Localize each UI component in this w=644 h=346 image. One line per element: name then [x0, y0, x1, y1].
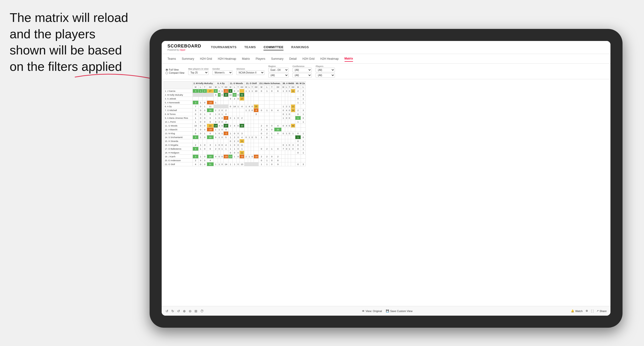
table-row: 6. A Dy 7 0 1 11 0 14 1 4 [164, 105, 306, 108]
cell [224, 97, 228, 101]
logo-sub: Powered by clippd [168, 49, 201, 51]
sub-nav-h2h-heatmap[interactable]: H2H Heatmap [218, 56, 236, 61]
cell: 2 [301, 89, 306, 93]
player-name[interactable]: 18. H Hodgson [164, 151, 193, 155]
bell-icon: 🔔 [571, 309, 574, 313]
sub-nav-players[interactable]: Players [256, 56, 265, 61]
sub-nav-h2h-heatmap2[interactable]: H2H Heatmap [320, 56, 338, 61]
zoom-icon[interactable]: ⊕ [183, 309, 186, 313]
player-name[interactable]: 15. H Stranda [164, 139, 193, 143]
sub-nav-matrix[interactable]: Matrix [242, 56, 250, 61]
player-name[interactable]: 13. N Klug [164, 132, 193, 135]
redo-icon[interactable]: ↻ [171, 309, 174, 313]
minus-icon[interactable]: ⊖ [189, 309, 192, 313]
player-name[interactable]: 3. S Jelinek [164, 97, 193, 101]
view-original-btn[interactable]: 👁 View: Original [362, 310, 382, 313]
player-name[interactable]: 19. J Karrh [164, 155, 193, 159]
sub-nav-teams[interactable]: Teams [168, 56, 176, 61]
cell: 1 [295, 116, 301, 120]
player-name[interactable]: 6. A Dy [164, 105, 193, 108]
compact-view-option[interactable]: Compact View [166, 72, 184, 74]
save-custom-btn[interactable]: 💾 Save Custom View [386, 309, 412, 313]
region-select[interactable]: East - DII [268, 68, 288, 72]
cell: 0 [198, 163, 203, 166]
division-select[interactable]: NCAA Division II [236, 70, 264, 75]
region-sub-select[interactable]: (All) [268, 73, 288, 78]
player-name[interactable]: 11. G Woods [164, 124, 193, 128]
sub-nav-h2h-grid[interactable]: H2H Grid [200, 56, 212, 61]
player-name[interactable]: 7. O Mitchell [164, 108, 193, 112]
player-name[interactable]: 10. L Perini [164, 120, 193, 124]
options-btn[interactable]: ⚙ [586, 309, 588, 313]
cell: 1 [198, 155, 203, 159]
conference-select[interactable]: (All) [292, 68, 312, 72]
players-sub-select[interactable]: (All) [316, 73, 335, 78]
refresh-icon[interactable]: ↺ [177, 309, 180, 313]
cell: 3 [193, 101, 198, 105]
cell [244, 139, 248, 143]
player-name[interactable]: 8. M Torres [164, 112, 193, 116]
nav-teams[interactable]: TEAMS [244, 44, 256, 50]
compact-view-radio[interactable] [166, 72, 168, 74]
sub-t-4: T [251, 85, 254, 89]
sub-nav-summary[interactable]: Summary [182, 56, 194, 61]
cell [291, 163, 295, 166]
cell: 4 [274, 108, 282, 112]
full-view-radio[interactable] [166, 69, 168, 71]
cell: 1 [221, 89, 224, 93]
cell [301, 159, 306, 163]
player-name[interactable]: 2. M Kelly Mulcahy [164, 93, 193, 97]
cell [244, 132, 248, 135]
cell: 0 [282, 124, 285, 128]
sub-w-2: W [214, 85, 218, 89]
sub-l-5: L [264, 85, 269, 89]
cell [291, 101, 295, 105]
conference-filter: Conference (All) (All) [292, 65, 312, 78]
fit-icon[interactable]: ⊞ [194, 309, 197, 313]
player-name[interactable]: 5. A Nomrowski [164, 101, 193, 105]
player-name[interactable]: 21. O Stoll [164, 163, 193, 166]
player-name[interactable]: 9. A Maria Jimenez Rios [164, 116, 193, 120]
sub-nav-h2h-grid2[interactable]: H2H Grid [302, 56, 314, 61]
clock-icon[interactable]: ⏱ [200, 309, 204, 313]
watch-btn[interactable]: 🔔 Watch [571, 309, 583, 313]
cell: 1 [214, 128, 218, 132]
sub-nav-summary2[interactable]: Summary [271, 56, 283, 61]
cell [264, 101, 269, 105]
cell: 6 [301, 93, 306, 97]
nav-tournaments[interactable]: TOURNAMENTS [211, 44, 236, 50]
expand-btn[interactable]: ⛶ [591, 310, 594, 313]
cell: 1 [193, 116, 198, 120]
gender-select[interactable]: Women's [212, 70, 232, 75]
cell [269, 112, 274, 116]
share-btn[interactable]: ↗ Share [596, 309, 606, 313]
undo-icon[interactable]: ↺ [166, 309, 168, 313]
max-players-select[interactable]: Top 25 [188, 70, 208, 75]
player-name[interactable]: 20. E Andersson [164, 159, 193, 163]
sub-w-5: W [258, 85, 264, 89]
cell: 4 [224, 143, 228, 147]
cell [301, 155, 306, 159]
sub-nav-detail[interactable]: Detail [289, 56, 297, 61]
nav-rankings[interactable]: RANKINGS [291, 44, 309, 50]
cell: 3 [301, 163, 306, 166]
col-header-stoll: 21. O Stoll [244, 81, 259, 85]
cell: 1 [198, 143, 203, 147]
cell [237, 108, 240, 112]
players-select[interactable]: (All) [316, 68, 335, 72]
player-name[interactable]: 1. J Garcia [164, 89, 193, 93]
player-name[interactable]: 17. D Ballesteros [164, 147, 193, 151]
player-name[interactable]: 14. S Srichantamit [164, 135, 193, 139]
cell: 4 [228, 89, 232, 93]
cell: 4 [207, 159, 214, 163]
player-name[interactable]: 16. K Mcgaha [164, 143, 193, 147]
conference-sub-select[interactable]: (All) [292, 73, 312, 78]
cell: 0 [228, 151, 232, 155]
full-view-option[interactable]: Full View [166, 68, 184, 71]
cell [237, 120, 240, 124]
player-name[interactable]: 12. A Bianchi [164, 128, 193, 132]
sub-nav-matrix2[interactable]: Matrix [344, 56, 353, 62]
cell [214, 139, 218, 143]
nav-committee[interactable]: COMMITTEE [264, 44, 284, 50]
cell: 1 [214, 116, 218, 120]
